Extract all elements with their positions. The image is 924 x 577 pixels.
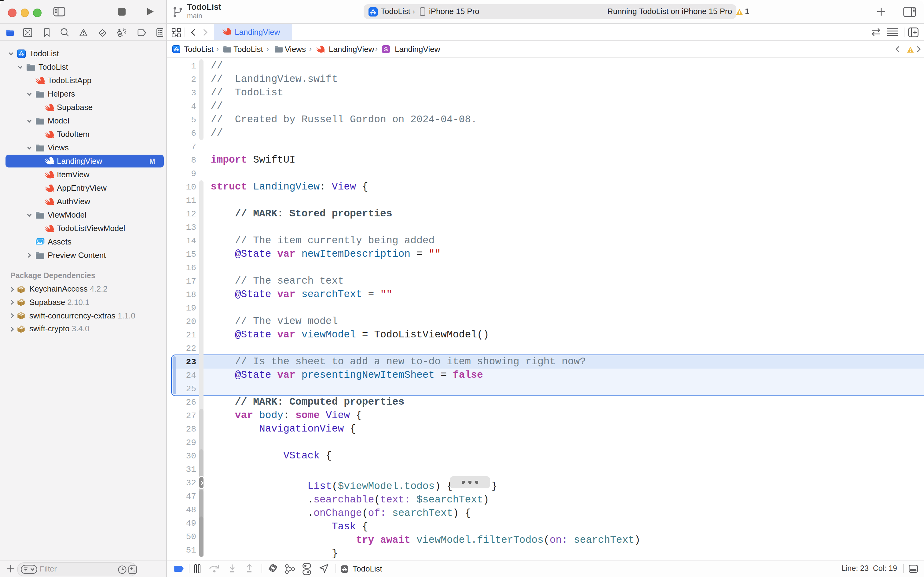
svg-text:S: S [384, 46, 388, 53]
